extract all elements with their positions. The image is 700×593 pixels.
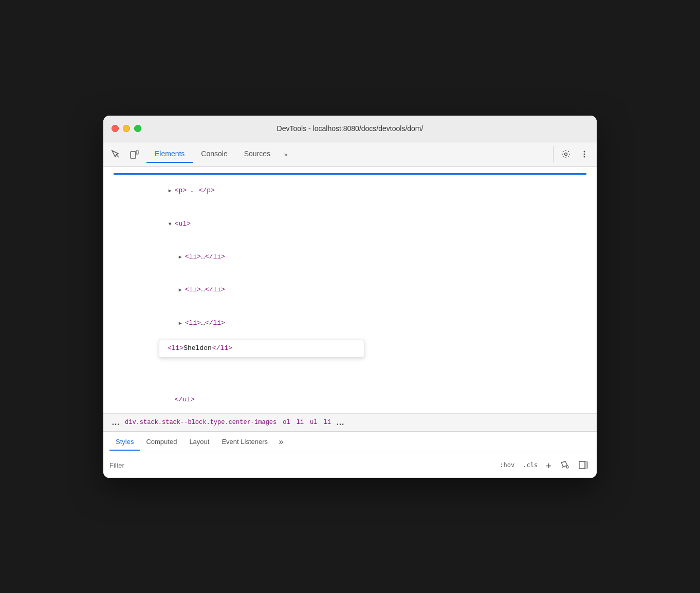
device-toolbar-button[interactable] xyxy=(126,146,142,162)
filter-input[interactable] xyxy=(109,461,493,469)
maximize-button[interactable] xyxy=(134,125,141,132)
window-title: DevTools - localhost:8080/docs/devtools/… xyxy=(277,124,423,133)
tab-event-listeners[interactable]: Event Listeners xyxy=(215,434,274,451)
toolbar-right xyxy=(553,146,593,162)
devtools-toolbar: Elements Console Sources » xyxy=(103,142,597,167)
triangle-icon: ▶ xyxy=(179,253,185,262)
dom-line-p[interactable]: ▶<p> … </p> xyxy=(103,175,597,208)
triangle-icon: ▶ xyxy=(179,286,185,294)
svg-point-3 xyxy=(565,153,567,156)
more-tabs-button[interactable]: » xyxy=(279,147,293,161)
svg-point-4 xyxy=(584,151,585,153)
breadcrumb-more-end[interactable]: … xyxy=(334,418,346,427)
minimize-button[interactable] xyxy=(123,125,130,132)
toolbar-tabs: Elements Console Sources » xyxy=(146,145,549,163)
tab-elements[interactable]: Elements xyxy=(146,145,193,163)
close-button[interactable] xyxy=(112,125,119,132)
cls-button[interactable]: .cls xyxy=(521,460,540,470)
dom-panel[interactable]: ▶<p> … </p> ▼<ul> ▶<li>…</li> ▶<li>…</li… xyxy=(103,167,597,414)
sidebar-toggle-button[interactable] xyxy=(576,458,591,472)
triangle-icon: ▶ xyxy=(179,320,185,328)
inline-edit-box[interactable]: <li>Sheldon</li> xyxy=(159,340,364,358)
breadcrumb-more-button[interactable]: … xyxy=(109,418,122,427)
title-bar: DevTools - localhost:8080/docs/devtools/… xyxy=(103,116,597,142)
svg-rect-2 xyxy=(136,151,138,154)
breadcrumb-ol[interactable]: ol xyxy=(283,419,290,426)
tab-computed[interactable]: Computed xyxy=(140,434,183,451)
tab-console[interactable]: Console xyxy=(193,145,235,163)
tab-layout[interactable]: Layout xyxy=(183,434,215,451)
dom-line-li-sheldon[interactable]: ▼ <li>Sheldon</li> xyxy=(103,340,597,383)
more-options-button[interactable] xyxy=(576,146,593,162)
paint-button[interactable] xyxy=(558,458,572,472)
settings-button[interactable] xyxy=(558,146,574,162)
lower-panel: Styles Computed Layout Event Listeners »… xyxy=(103,432,597,478)
dom-line-li1[interactable]: ▶<li>…</li> xyxy=(103,240,597,273)
breadcrumb-div[interactable]: div.stack.stack--block.type.center-image… xyxy=(125,419,277,426)
tab-sources[interactable]: Sources xyxy=(236,145,279,163)
lower-tabs: Styles Computed Layout Event Listeners » xyxy=(103,432,597,453)
dom-line-li3[interactable]: ▶<li>…</li> xyxy=(103,307,597,340)
svg-point-5 xyxy=(584,154,585,155)
triangle-icon: ▶ xyxy=(169,187,175,195)
dom-line-li2[interactable]: ▶<li>…</li> xyxy=(103,274,597,307)
filter-buttons: :hov .cls + xyxy=(498,458,591,472)
svg-point-6 xyxy=(584,156,585,158)
filter-bar: :hov .cls + xyxy=(103,453,597,478)
breadcrumb-ul[interactable]: ul xyxy=(310,419,317,426)
inspect-element-button[interactable] xyxy=(107,146,124,162)
toolbar-icon-group xyxy=(107,146,142,162)
tab-styles[interactable]: Styles xyxy=(109,434,140,451)
lower-more-button[interactable]: » xyxy=(274,435,288,449)
add-rule-button[interactable]: + xyxy=(544,459,554,472)
svg-rect-1 xyxy=(131,152,136,158)
devtools-window: DevTools - localhost:8080/docs/devtools/… xyxy=(103,116,597,478)
svg-rect-8 xyxy=(585,461,587,469)
breadcrumb-bar: … div.stack.stack--block.type.center-ima… xyxy=(103,414,597,432)
breadcrumb-li2[interactable]: li xyxy=(323,419,330,426)
svg-line-0 xyxy=(116,155,119,157)
triangle-down-icon: ▼ xyxy=(169,220,175,229)
dom-line-ul[interactable]: ▼<ul> xyxy=(103,208,597,240)
hov-button[interactable]: :hov xyxy=(498,460,517,470)
traffic-lights xyxy=(112,125,141,132)
dom-line-close-ul[interactable]: ▶</ul> xyxy=(103,384,597,414)
breadcrumb-li[interactable]: li xyxy=(297,419,304,426)
